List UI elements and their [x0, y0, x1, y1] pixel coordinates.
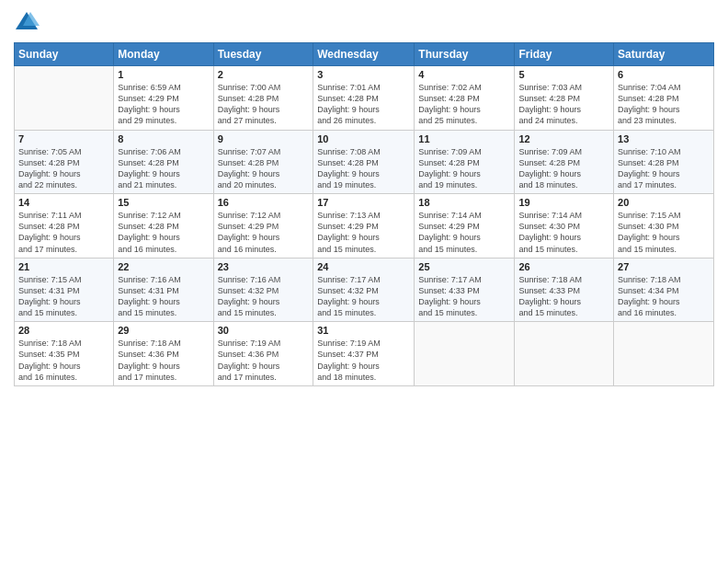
calendar-cell: 14Sunrise: 7:11 AM Sunset: 4:28 PM Dayli… — [15, 194, 114, 259]
day-number: 20 — [618, 197, 710, 208]
week-row-1: 1Sunrise: 6:59 AM Sunset: 4:29 PM Daylig… — [15, 66, 714, 131]
day-info: Sunrise: 7:19 AM Sunset: 4:37 PM Dayligh… — [317, 338, 410, 383]
day-info: Sunrise: 7:08 AM Sunset: 4:28 PM Dayligh… — [317, 146, 410, 191]
calendar-cell: 13Sunrise: 7:10 AM Sunset: 4:28 PM Dayli… — [614, 130, 714, 194]
weekday-saturday: Saturday — [614, 43, 714, 66]
weekday-sunday: Sunday — [15, 43, 114, 66]
day-number: 19 — [518, 197, 609, 208]
day-number: 9 — [218, 133, 310, 144]
day-number: 1 — [118, 69, 209, 80]
day-info: Sunrise: 7:18 AM Sunset: 4:35 PM Dayligh… — [18, 338, 109, 383]
weekday-monday: Monday — [114, 43, 213, 66]
calendar-cell — [15, 66, 114, 131]
calendar-cell: 26Sunrise: 7:18 AM Sunset: 4:33 PM Dayli… — [515, 258, 614, 322]
day-info: Sunrise: 7:09 AM Sunset: 4:28 PM Dayligh… — [518, 146, 609, 191]
week-row-2: 7Sunrise: 7:05 AM Sunset: 4:28 PM Daylig… — [15, 130, 714, 194]
calendar-cell: 5Sunrise: 7:03 AM Sunset: 4:28 PM Daylig… — [515, 66, 614, 131]
calendar-cell — [515, 322, 614, 386]
calendar-cell: 12Sunrise: 7:09 AM Sunset: 4:28 PM Dayli… — [515, 130, 614, 194]
day-info: Sunrise: 7:07 AM Sunset: 4:28 PM Dayligh… — [218, 146, 310, 191]
day-info: Sunrise: 7:18 AM Sunset: 4:36 PM Dayligh… — [118, 338, 209, 383]
day-info: Sunrise: 7:19 AM Sunset: 4:36 PM Dayligh… — [218, 338, 310, 383]
day-number: 27 — [618, 261, 710, 272]
calendar-body: 1Sunrise: 6:59 AM Sunset: 4:29 PM Daylig… — [15, 66, 714, 386]
day-info: Sunrise: 7:02 AM Sunset: 4:28 PM Dayligh… — [418, 82, 510, 127]
day-number: 7 — [18, 133, 109, 144]
calendar-cell: 31Sunrise: 7:19 AM Sunset: 4:37 PM Dayli… — [313, 322, 415, 386]
header — [14, 9, 714, 35]
day-number: 6 — [618, 69, 710, 80]
day-number: 23 — [218, 261, 310, 272]
day-number: 22 — [118, 261, 209, 272]
day-number: 18 — [418, 197, 510, 208]
day-info: Sunrise: 7:05 AM Sunset: 4:28 PM Dayligh… — [18, 146, 109, 191]
day-info: Sunrise: 7:17 AM Sunset: 4:32 PM Dayligh… — [317, 274, 410, 319]
day-number: 11 — [418, 133, 510, 144]
weekday-tuesday: Tuesday — [213, 43, 313, 66]
day-info: Sunrise: 7:16 AM Sunset: 4:31 PM Dayligh… — [118, 274, 209, 319]
calendar-header: SundayMondayTuesdayWednesdayThursdayFrid… — [15, 43, 714, 66]
day-number: 21 — [18, 261, 109, 272]
day-info: Sunrise: 7:12 AM Sunset: 4:28 PM Dayligh… — [118, 210, 209, 255]
day-info: Sunrise: 7:10 AM Sunset: 4:28 PM Dayligh… — [618, 146, 710, 191]
day-info: Sunrise: 7:11 AM Sunset: 4:28 PM Dayligh… — [18, 210, 109, 255]
calendar-cell: 23Sunrise: 7:16 AM Sunset: 4:32 PM Dayli… — [213, 258, 313, 322]
week-row-3: 14Sunrise: 7:11 AM Sunset: 4:28 PM Dayli… — [15, 194, 714, 259]
day-number: 26 — [518, 261, 609, 272]
logo — [14, 9, 43, 35]
calendar-cell: 9Sunrise: 7:07 AM Sunset: 4:28 PM Daylig… — [213, 130, 313, 194]
weekday-friday: Friday — [515, 43, 614, 66]
weekday-thursday: Thursday — [415, 43, 515, 66]
day-number: 17 — [317, 197, 410, 208]
day-number: 2 — [218, 69, 310, 80]
day-info: Sunrise: 7:04 AM Sunset: 4:28 PM Dayligh… — [618, 82, 710, 127]
day-number: 13 — [618, 133, 710, 144]
day-number: 25 — [418, 261, 510, 272]
day-number: 4 — [418, 69, 510, 80]
day-info: Sunrise: 7:15 AM Sunset: 4:31 PM Dayligh… — [18, 274, 109, 319]
day-info: Sunrise: 7:15 AM Sunset: 4:30 PM Dayligh… — [618, 210, 710, 255]
day-info: Sunrise: 7:17 AM Sunset: 4:33 PM Dayligh… — [418, 274, 510, 319]
day-number: 12 — [518, 133, 609, 144]
day-number: 31 — [317, 325, 410, 336]
calendar-cell: 24Sunrise: 7:17 AM Sunset: 4:32 PM Dayli… — [313, 258, 415, 322]
calendar-cell: 30Sunrise: 7:19 AM Sunset: 4:36 PM Dayli… — [213, 322, 313, 386]
calendar-cell: 15Sunrise: 7:12 AM Sunset: 4:28 PM Dayli… — [114, 194, 213, 259]
calendar-cell: 25Sunrise: 7:17 AM Sunset: 4:33 PM Dayli… — [415, 258, 515, 322]
calendar-cell: 7Sunrise: 7:05 AM Sunset: 4:28 PM Daylig… — [15, 130, 114, 194]
day-number: 16 — [218, 197, 310, 208]
day-info: Sunrise: 7:12 AM Sunset: 4:29 PM Dayligh… — [218, 210, 310, 255]
day-info: Sunrise: 7:14 AM Sunset: 4:29 PM Dayligh… — [418, 210, 510, 255]
day-info: Sunrise: 7:13 AM Sunset: 4:29 PM Dayligh… — [317, 210, 410, 255]
week-row-4: 21Sunrise: 7:15 AM Sunset: 4:31 PM Dayli… — [15, 258, 714, 322]
calendar-cell: 1Sunrise: 6:59 AM Sunset: 4:29 PM Daylig… — [114, 66, 213, 131]
calendar-cell: 4Sunrise: 7:02 AM Sunset: 4:28 PM Daylig… — [415, 66, 515, 131]
calendar-cell: 28Sunrise: 7:18 AM Sunset: 4:35 PM Dayli… — [15, 322, 114, 386]
day-number: 10 — [317, 133, 410, 144]
week-row-5: 28Sunrise: 7:18 AM Sunset: 4:35 PM Dayli… — [15, 322, 714, 386]
calendar-cell: 22Sunrise: 7:16 AM Sunset: 4:31 PM Dayli… — [114, 258, 213, 322]
logo-icon — [14, 9, 40, 35]
calendar-cell: 17Sunrise: 7:13 AM Sunset: 4:29 PM Dayli… — [313, 194, 415, 259]
calendar-cell: 3Sunrise: 7:01 AM Sunset: 4:28 PM Daylig… — [313, 66, 415, 131]
calendar-cell: 18Sunrise: 7:14 AM Sunset: 4:29 PM Dayli… — [415, 194, 515, 259]
calendar-cell: 2Sunrise: 7:00 AM Sunset: 4:28 PM Daylig… — [213, 66, 313, 131]
weekday-wednesday: Wednesday — [313, 43, 415, 66]
calendar-cell: 27Sunrise: 7:18 AM Sunset: 4:34 PM Dayli… — [614, 258, 714, 322]
day-info: Sunrise: 7:03 AM Sunset: 4:28 PM Dayligh… — [518, 82, 609, 127]
calendar-cell: 16Sunrise: 7:12 AM Sunset: 4:29 PM Dayli… — [213, 194, 313, 259]
day-info: Sunrise: 7:16 AM Sunset: 4:32 PM Dayligh… — [218, 274, 310, 319]
calendar-cell: 11Sunrise: 7:09 AM Sunset: 4:28 PM Dayli… — [415, 130, 515, 194]
calendar-cell — [614, 322, 714, 386]
calendar-cell: 20Sunrise: 7:15 AM Sunset: 4:30 PM Dayli… — [614, 194, 714, 259]
day-info: Sunrise: 7:06 AM Sunset: 4:28 PM Dayligh… — [118, 146, 209, 191]
day-info: Sunrise: 7:18 AM Sunset: 4:34 PM Dayligh… — [618, 274, 710, 319]
day-info: Sunrise: 7:00 AM Sunset: 4:28 PM Dayligh… — [218, 82, 310, 127]
day-number: 29 — [118, 325, 209, 336]
weekday-header-row: SundayMondayTuesdayWednesdayThursdayFrid… — [15, 43, 714, 66]
day-info: Sunrise: 7:18 AM Sunset: 4:33 PM Dayligh… — [518, 274, 609, 319]
page: SundayMondayTuesdayWednesdayThursdayFrid… — [0, 0, 728, 563]
calendar-cell: 21Sunrise: 7:15 AM Sunset: 4:31 PM Dayli… — [15, 258, 114, 322]
day-number: 30 — [218, 325, 310, 336]
day-number: 3 — [317, 69, 410, 80]
